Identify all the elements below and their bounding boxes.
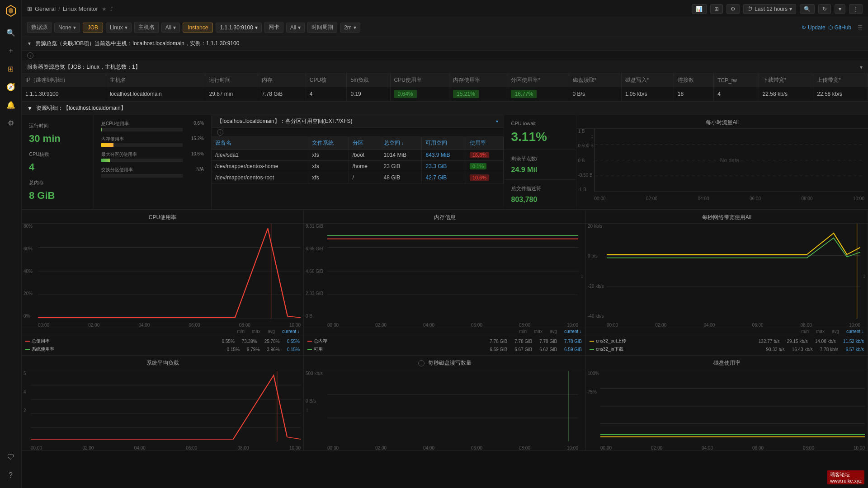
collapse-detail-btn[interactable]: ▼ [27, 105, 33, 112]
disk-info-icon: i [217, 129, 223, 136]
disk-rw-chart-grid [327, 371, 578, 441]
disk-col-device[interactable]: 设备名 [212, 137, 308, 150]
star-icon[interactable]: ★ [102, 6, 107, 12]
watermark-url: www.ruike.xyz [830, 478, 862, 483]
disk-col-usage[interactable]: 使用率 [466, 137, 503, 150]
hamburger-menu-btn[interactable]: ☰ [858, 24, 863, 31]
col-partition[interactable]: 分区使用率* [507, 74, 569, 87]
refresh-btn[interactable]: ↻ [818, 4, 831, 14]
total-memory-label: 总内存 [29, 179, 86, 186]
main-content: ⊞ General / Linux Monitor ★ ⤴ 📊 ⊞ ⚙ ⏱ La… [22, 0, 868, 488]
total-memory-card: 总内存 8 GiB [29, 178, 86, 203]
col-mem-usage[interactable]: 内存使用率 [449, 74, 507, 87]
col-upload[interactable]: 上传带宽* [813, 74, 868, 87]
cpu-total-mn: 0.55% [222, 339, 234, 344]
mem-avail-avg: 6.62 GiB [539, 347, 557, 352]
clock-icon: ⏱ [747, 6, 753, 12]
network-chart-panel: 每秒网络带宽使用All 20 kb/s0 b/s-20 kb/s-40 kb/s [586, 210, 868, 356]
col-cpu-usage[interactable]: CPU使用率 [390, 74, 449, 87]
cpu-total-dot [25, 341, 30, 342]
load-chart-panel: 系统平均负载 542 [22, 356, 304, 451]
memory-chart-panel: 内存信息 9.31 GiB6.98 GiB4.66 GiB2.33 GiB0 B [304, 210, 586, 356]
chevron-down-linux: ▾ [125, 24, 127, 31]
time-range-selector[interactable]: ⏱ Last 12 hours ▾ [743, 4, 796, 14]
github-btn[interactable]: ⬡ GitHub [828, 24, 851, 31]
sidebar-item-explore[interactable]: 🧭 [3, 79, 19, 95]
disk-device-2: /dev/mapper/centos-home [212, 161, 308, 172]
detail-header[interactable]: ▼ 资源明细：【localhost.localdomain】 [22, 101, 868, 115]
panel-menu-btn[interactable]: ⋮ [849, 4, 863, 14]
job-tag[interactable]: JOB [83, 23, 103, 33]
table-view-btn[interactable]: ⊞ [710, 4, 723, 14]
cell-cpu-usage: 0.64% [390, 87, 449, 101]
col-uptime[interactable]: 运行时间 [205, 74, 258, 87]
col-cpu-cores[interactable]: CPU核 [306, 74, 347, 87]
sidebar-item-help[interactable]: ? [3, 467, 19, 483]
mem-scroll-right[interactable]: ↕ [580, 272, 584, 279]
server-summary-expand[interactable]: ▾ [860, 64, 863, 70]
mem-legend-header: m/nmaxavgcurrent ↓ [304, 328, 585, 335]
disk-sort-expand[interactable]: ▾ [496, 119, 498, 124]
col-ip[interactable]: IP（跳连到明细） [22, 74, 106, 87]
chart-arrows: ↕ [591, 133, 594, 140]
collapse-overview-btn[interactable]: ▼ [27, 41, 32, 46]
zoom-out-btn[interactable]: 🔍 [800, 4, 815, 14]
mem-usage-bar: 内存使用率 15.2% [101, 136, 204, 147]
disk-rw-scroll[interactable]: ↕ [306, 407, 308, 413]
hostname-all-select[interactable]: All ▾ [161, 23, 180, 33]
col-disk-read[interactable]: 磁盘读取* [569, 74, 621, 87]
linux-select[interactable]: Linux ▾ [106, 23, 132, 33]
cpu-chart-title: CPU使用率 [22, 210, 303, 224]
load-y-axis: 542 [24, 371, 26, 413]
content-area: ▼ 资源总览（关联JOB项）当前选中主机：localhost.localdoma… [22, 37, 868, 488]
sidebar-item-alert[interactable]: 🔔 [3, 97, 19, 113]
disk-total-1: 1014 MiB [380, 150, 422, 161]
swap-value: N/A [196, 167, 204, 173]
disk-col-total[interactable]: 总空间 ↓ [380, 137, 422, 150]
detail-summary-row: 运行时间 30 min CPU核数 4 总内存 8 GiB 总CPU使用率 0 [22, 115, 868, 210]
datasource-filter-label[interactable]: 数据源 [27, 22, 52, 33]
cell-ip[interactable]: 1.1.1.30:9100 [22, 87, 106, 101]
time-period-select[interactable]: 2m ▾ [340, 23, 360, 33]
cpu-total-current: 0.55% [287, 339, 300, 344]
col-disk-write[interactable]: 磁盘写入* [621, 74, 674, 87]
none-select[interactable]: None ▾ [54, 23, 80, 33]
mem-total-max: 7.78 GiB [514, 339, 532, 344]
col-hostname[interactable]: 主机名 [106, 74, 205, 87]
col-tcp-tw[interactable]: TCP_tw [714, 74, 759, 87]
chevron-down-time: ▾ [354, 24, 356, 31]
table-row: 1.1.1.30:9100 localhost.localdomain 29.8… [22, 87, 868, 101]
more-menu-btn[interactable]: ▾ [835, 4, 845, 14]
uptime-value: 30 min [29, 133, 86, 145]
instance-tag[interactable]: Instance [183, 23, 213, 33]
watermark: 瑞客论坛 www.ruike.xyz [827, 470, 864, 484]
sidebar-item-add[interactable]: ＋ [3, 42, 19, 59]
cpu-total-avg: 25.78% [264, 339, 280, 344]
breadcrumb-general[interactable]: General [35, 5, 56, 12]
col-memory[interactable]: 内存 [258, 74, 306, 87]
sidebar-item-shield[interactable]: 🛡 [3, 449, 19, 465]
nic-all-select[interactable]: All ▾ [286, 23, 305, 33]
svg-marker-1 [9, 8, 13, 14]
sidebar-item-settings[interactable]: ⚙ [3, 115, 19, 131]
share-icon[interactable]: ⤴ [110, 6, 113, 12]
col-connections[interactable]: 连接数 [674, 74, 713, 87]
breadcrumb-monitor[interactable]: Linux Monitor [63, 5, 98, 12]
disk-total-2: 23 GiB [380, 161, 422, 172]
disk-col-available[interactable]: 可用空间 [422, 137, 466, 150]
update-btn[interactable]: ↻ Update [802, 24, 826, 31]
disk-col-fs[interactable]: 文件系统 [308, 137, 349, 150]
net-download-values: 90.33 b/s 16.43 kb/s 7.78 kb/s 6.57 kb/s [766, 347, 864, 352]
mem-y-axis: 9.31 GiB6.98 GiB4.66 GiB2.33 GiB0 B [306, 224, 323, 319]
sidebar-item-search[interactable]: 🔍 [3, 24, 19, 41]
chart-view-btn[interactable]: 📊 [692, 4, 707, 14]
instance-dropdown[interactable]: 1.1.1.30:9100 ▾ [216, 23, 261, 33]
col-load5m[interactable]: 5m负载 [347, 74, 390, 87]
settings-btn[interactable]: ⚙ [726, 4, 740, 14]
load-chart-svg [31, 371, 301, 441]
cell-mem-usage: 15.21% [449, 87, 507, 101]
col-download[interactable]: 下载带宽* [759, 74, 813, 87]
sidebar-item-grid[interactable]: ⊞ [3, 61, 19, 77]
disk-col-partition[interactable]: 分区 [349, 137, 380, 150]
net-scroll[interactable]: ↕ [863, 272, 866, 279]
